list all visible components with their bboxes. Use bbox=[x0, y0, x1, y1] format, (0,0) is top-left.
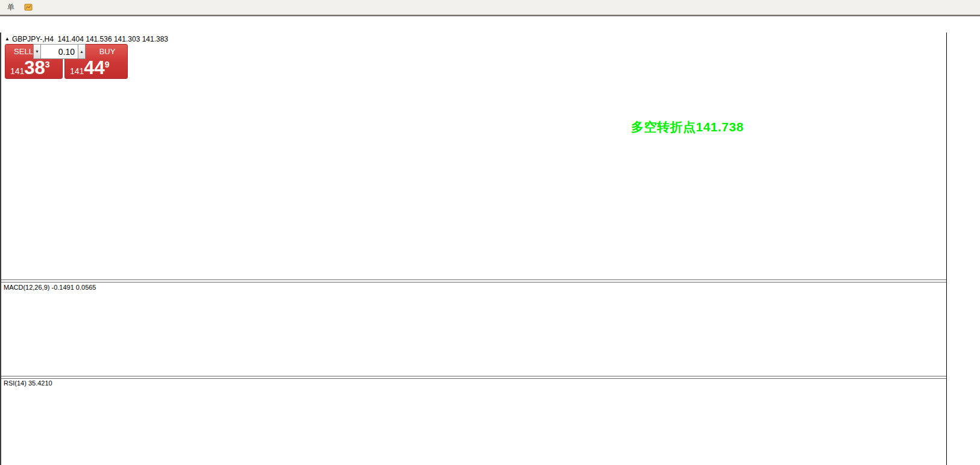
pane-splitter-rsi[interactable] bbox=[0, 376, 980, 379]
chart-window[interactable]: ▲GBPJPY-,H4 141.404 141.536 141.303 141.… bbox=[0, 15, 980, 465]
rsi-indicator-pane[interactable] bbox=[1, 378, 946, 465]
pivot-annotation-text: 多空转折点141.738 bbox=[631, 119, 744, 136]
price-chart-pane[interactable] bbox=[1, 33, 946, 280]
market-watch-icon bbox=[24, 2, 33, 12]
rsi-label: RSI(14) 35.4210 bbox=[4, 379, 52, 387]
pane-splitter-macd[interactable] bbox=[0, 279, 980, 282]
price-axis[interactable] bbox=[947, 33, 980, 465]
macd-label: MACD(12,26,9) -0.1491 0.0565 bbox=[4, 284, 96, 291]
window-left-border bbox=[0, 33, 1, 465]
main-toolbar: 单 bbox=[0, 0, 980, 15]
market-watch-icon[interactable] bbox=[21, 1, 36, 14]
new-order-button[interactable]: 单 bbox=[2, 1, 20, 14]
macd-indicator-pane[interactable] bbox=[1, 282, 946, 376]
